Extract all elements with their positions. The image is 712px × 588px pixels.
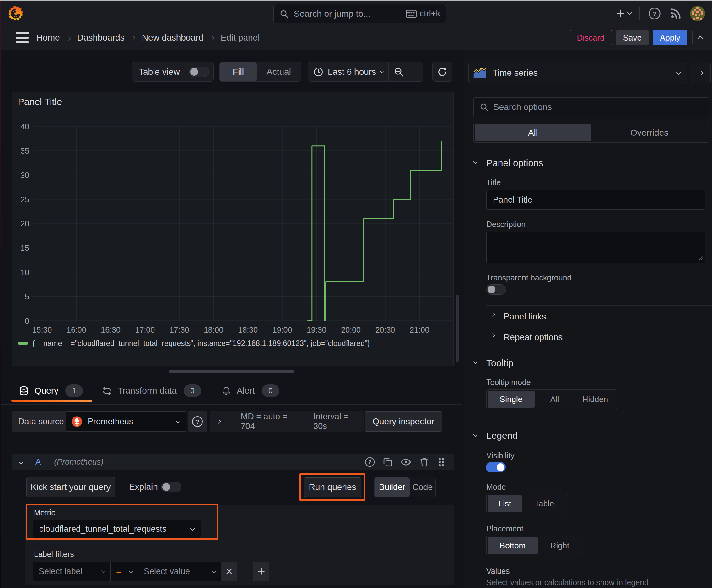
panel-preview: Panel Title 051015202530354015:3016:0016… — [12, 92, 454, 366]
search-shortcut: ctrl+k — [420, 9, 440, 19]
table-view-toggle[interactable] — [189, 67, 209, 77]
placement-group-option-bottom[interactable]: Bottom — [488, 537, 538, 554]
query-inspector-button[interactable]: Query inspector — [365, 412, 442, 432]
tooltip-mode-label: Tooltip mode — [486, 378, 531, 387]
grafana-logo-icon[interactable] — [7, 5, 24, 22]
actual-option[interactable]: Actual — [257, 62, 301, 81]
zoom-out-button[interactable] — [389, 62, 409, 81]
breadcrumb-item[interactable]: New dashboard — [142, 33, 203, 43]
query-ref-id: A — [36, 457, 41, 467]
add-filter-button[interactable] — [253, 562, 269, 581]
drag-handle-icon[interactable] — [437, 457, 446, 467]
tooltip-group-option-single[interactable]: Single — [488, 391, 535, 408]
divider — [486, 305, 712, 306]
legend-swatch[interactable] — [18, 342, 28, 345]
time-range-button[interactable]: Last 6 hours — [308, 62, 388, 81]
svg-text:10: 10 — [20, 268, 29, 277]
menu-button[interactable] — [16, 32, 29, 43]
kick-start-query-button[interactable]: Kick start your query — [26, 477, 115, 497]
panel-title-input[interactable]: Panel Title — [486, 190, 706, 210]
chevron-right-icon[interactable] — [490, 312, 495, 317]
tooltip-header[interactable]: Tooltip — [486, 358, 514, 369]
options-search-placeholder: Search options — [493, 102, 552, 112]
svg-text:?: ? — [196, 418, 199, 425]
transparent-background-toggle[interactable] — [486, 284, 506, 295]
refresh-button[interactable] — [432, 62, 452, 82]
svg-text:18:00: 18:00 — [204, 326, 223, 334]
tab-all[interactable]: All — [475, 124, 591, 141]
mode-group-option-list[interactable]: List — [488, 495, 522, 512]
save-button[interactable]: Save — [616, 30, 649, 45]
chevron-down-icon[interactable] — [473, 432, 478, 437]
collapse-query-icon[interactable] — [19, 460, 24, 465]
collapse-options-button[interactable] — [691, 63, 711, 83]
delete-query-icon[interactable] — [419, 457, 429, 467]
svg-text:5: 5 — [25, 292, 29, 301]
pane-resize-handle[interactable] — [169, 370, 295, 373]
chevron-down-icon — [129, 568, 134, 573]
time-series-chart[interactable]: 051015202530354015:3016:0016:3017:0017:3… — [12, 92, 453, 365]
chevron-down-icon[interactable] — [473, 359, 478, 364]
options-search-input[interactable]: Search options — [473, 97, 709, 117]
help-circle-icon: ? — [192, 416, 203, 427]
repeat-options-section[interactable]: Repeat options — [503, 332, 563, 342]
add-button[interactable] — [615, 8, 631, 19]
breadcrumb-item[interactable]: Edit panel — [221, 33, 260, 43]
values-help-text: Select values or calculations to show in… — [486, 578, 649, 587]
avatar[interactable] — [690, 6, 705, 21]
description-textarea[interactable] — [486, 232, 706, 263]
operator-dropdown[interactable]: = — [110, 562, 138, 581]
news-button[interactable] — [669, 7, 682, 20]
help-button[interactable]: ? — [648, 7, 661, 20]
apply-button[interactable]: Apply — [653, 30, 687, 45]
chevron-down-icon[interactable] — [473, 159, 478, 164]
datasource-help-button[interactable]: ? — [188, 412, 207, 432]
svg-text:16:30: 16:30 — [101, 326, 121, 334]
run-queries-button[interactable]: Run queries — [304, 478, 361, 497]
panel-options-header[interactable]: Panel options — [486, 158, 543, 168]
table-view-label: Table view — [139, 67, 180, 77]
select-label-dropdown[interactable]: Select label — [33, 562, 110, 581]
builder-option[interactable]: Builder — [374, 478, 410, 497]
tooltip-group-option-all[interactable]: All — [535, 391, 575, 408]
remove-filter-button[interactable] — [221, 562, 237, 581]
query-options-row[interactable]: MD = auto = 704 Interval = 30s — [210, 412, 364, 432]
collapse-header-button[interactable] — [697, 36, 704, 42]
description-label: Description — [486, 220, 525, 229]
panel-links-section[interactable]: Panel links — [503, 312, 546, 322]
datasource-label: Data source — [12, 412, 66, 432]
legend-visibility-toggle[interactable] — [486, 462, 506, 472]
metric-select[interactable]: cloudflared_tunnel_total_requests — [33, 520, 201, 538]
hide-query-icon[interactable] — [400, 457, 412, 467]
svg-text:20:30: 20:30 — [375, 326, 395, 334]
duplicate-query-icon[interactable] — [383, 457, 393, 467]
tooltip-group-option-hidden[interactable]: Hidden — [575, 391, 616, 408]
placement-group-option-right[interactable]: Right — [538, 537, 582, 554]
legend-label[interactable]: {__name__="cloudflared_tunnel_total_requ… — [33, 339, 370, 348]
breadcrumb-item[interactable]: Dashboards — [77, 33, 125, 43]
query-row-header[interactable]: A (Prometheus) ? — [12, 454, 454, 470]
tab-query[interactable]: Query 1 — [19, 379, 83, 402]
query-help-icon[interactable]: ? — [365, 457, 375, 467]
svg-text:19:00: 19:00 — [273, 326, 292, 334]
breadcrumb-item[interactable]: Home — [37, 33, 60, 43]
explain-toggle[interactable] — [161, 482, 181, 492]
select-value-dropdown[interactable]: Select value — [138, 562, 221, 581]
discard-button[interactable]: Discard — [570, 30, 612, 45]
code-option[interactable]: Code — [410, 482, 435, 492]
search-input[interactable]: Search or jump to... ctrl+k — [274, 4, 446, 23]
fill-option[interactable]: Fill — [220, 62, 257, 81]
panel-title[interactable]: Panel Title — [18, 97, 62, 107]
legend-header[interactable]: Legend — [486, 430, 518, 441]
tab-transform-data[interactable]: Transform data 0 — [102, 379, 201, 402]
chevron-right-icon[interactable] — [490, 333, 495, 338]
tab-overrides[interactable]: Overrides — [591, 128, 708, 138]
plus-icon — [615, 8, 625, 19]
divider — [464, 425, 712, 425]
datasource-picker[interactable]: Prometheus — [66, 412, 186, 432]
left-pane-scrollbar[interactable] — [456, 295, 459, 362]
mode-group-option-table[interactable]: Table — [522, 495, 567, 512]
tab-alert[interactable]: Alert 0 — [222, 379, 279, 402]
search-icon — [279, 9, 289, 19]
visualization-picker[interactable]: Time series — [468, 63, 687, 83]
